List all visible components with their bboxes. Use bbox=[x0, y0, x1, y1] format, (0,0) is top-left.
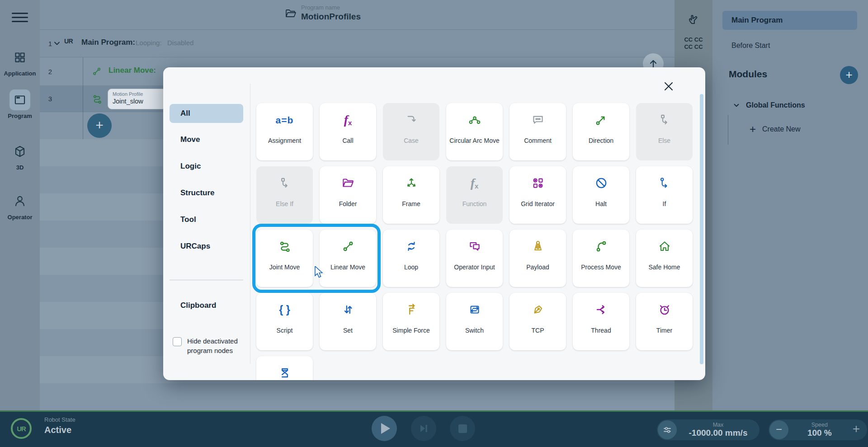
speed-decrease-button[interactable]: − bbox=[769, 420, 788, 439]
tile-label: Else If bbox=[273, 200, 296, 208]
category-structure[interactable]: Structure bbox=[170, 184, 243, 202]
category-logic[interactable]: Logic bbox=[170, 157, 243, 176]
motion-profile-card[interactable]: Motion Profile Joint_slow bbox=[108, 89, 166, 109]
tile-call[interactable]: fx Call bbox=[320, 103, 376, 160]
tile-label: Circular Arc Move bbox=[447, 136, 502, 145]
tile-label: Frame bbox=[399, 200, 423, 208]
function-icon: fx bbox=[344, 103, 352, 136]
tile-label: Case bbox=[401, 136, 421, 145]
add-node-button[interactable]: + bbox=[87, 113, 112, 138]
sidebar-item-3d[interactable]: 3D bbox=[0, 141, 40, 171]
tile-label: Grid Iterator bbox=[518, 200, 557, 208]
tile-process-move[interactable]: Process Move bbox=[573, 230, 629, 287]
hide-deactivated-checkbox[interactable]: Hide deactivated program nodes bbox=[173, 336, 245, 355]
tile-label: TCP bbox=[529, 326, 547, 334]
tile-if[interactable]: If bbox=[636, 166, 693, 224]
create-new-button[interactable]: + Create New bbox=[750, 124, 801, 135]
linear-move-icon bbox=[91, 66, 103, 77]
create-new-label: Create New bbox=[762, 125, 800, 133]
speed-settings-button[interactable] bbox=[658, 420, 677, 439]
tile-tcp[interactable]: TCP bbox=[509, 293, 566, 350]
plus-icon: + bbox=[95, 118, 104, 132]
set-icon bbox=[340, 293, 356, 326]
ur-logo: UR bbox=[11, 418, 32, 439]
tile-label: Joint Move bbox=[267, 263, 303, 271]
before-start-item[interactable]: Before Start bbox=[731, 42, 770, 50]
global-functions-group[interactable]: Global Functions bbox=[732, 101, 805, 109]
ur-node-icon: UR bbox=[64, 38, 73, 45]
tile-folder[interactable]: Folder bbox=[320, 166, 376, 224]
tile-assignment[interactable]: a=b Assignment bbox=[256, 103, 313, 160]
checkbox[interactable] bbox=[173, 337, 182, 346]
program-title-block[interactable]: Program name MotionProfiles bbox=[284, 4, 361, 22]
tree-row-main-program[interactable]: 1 UR Main Program: Looping: Disabled bbox=[40, 30, 675, 57]
play-button[interactable] bbox=[372, 416, 397, 441]
row-number: 2 bbox=[43, 57, 57, 85]
category-urcaps[interactable]: URCaps bbox=[170, 237, 243, 256]
category-clipboard[interactable]: Clipboard bbox=[170, 296, 243, 315]
tile-halt[interactable]: Halt bbox=[573, 166, 629, 224]
menu-button[interactable] bbox=[12, 10, 28, 24]
tile-linear-move[interactable]: Linear Move bbox=[320, 230, 376, 287]
looping-label: Looping: bbox=[136, 39, 162, 47]
tile-payload[interactable]: Payload bbox=[509, 230, 566, 287]
tile-thread[interactable]: Thread bbox=[573, 293, 629, 350]
category-tool[interactable]: Tool bbox=[170, 210, 243, 229]
minus-icon: − bbox=[776, 424, 782, 435]
tile-frame[interactable]: Frame bbox=[383, 166, 439, 224]
linear-move-title: Linear Move: bbox=[108, 66, 156, 75]
frame-icon bbox=[404, 166, 419, 200]
folder-icon bbox=[340, 166, 356, 200]
tile-joint-move[interactable]: Joint Move bbox=[256, 230, 313, 287]
wait-icon bbox=[277, 356, 292, 380]
play-icon bbox=[381, 423, 390, 434]
tile-direction[interactable]: Direction bbox=[573, 103, 629, 160]
close-button[interactable] bbox=[662, 80, 675, 93]
tile-wait[interactable] bbox=[256, 356, 313, 380]
tile-label: Comment bbox=[521, 136, 554, 145]
tile-label: Switch bbox=[462, 326, 486, 334]
tile-label: Thread bbox=[588, 326, 613, 334]
step-button[interactable] bbox=[411, 416, 436, 441]
row-number: 3 bbox=[43, 86, 57, 112]
speed-value: 100 % bbox=[788, 428, 851, 438]
tile-grid-iterator[interactable]: Grid Iterator bbox=[509, 166, 566, 224]
chevron-down-icon[interactable] bbox=[52, 39, 61, 48]
category-move[interactable]: Move bbox=[170, 130, 243, 149]
top-header: Program name MotionProfiles bbox=[40, 0, 675, 30]
tile-operator-input[interactable]: Operator Input bbox=[446, 230, 503, 287]
tile-set[interactable]: Set bbox=[320, 293, 376, 350]
cc-line: CC CC bbox=[675, 36, 712, 43]
loop-icon bbox=[404, 230, 419, 263]
chevron-down-icon bbox=[732, 101, 741, 109]
stop-button[interactable] bbox=[450, 416, 475, 441]
looping-value: Disabled bbox=[167, 39, 193, 47]
sidebar-item-program[interactable]: Program bbox=[0, 89, 40, 119]
tile-label: If bbox=[660, 200, 669, 208]
tile-circular-arc-move[interactable]: Circular Arc Move bbox=[446, 103, 503, 160]
tile-label: Linear Move bbox=[328, 263, 368, 271]
tile-simple-force[interactable]: Simple Force bbox=[383, 293, 439, 350]
add-module-button[interactable]: + bbox=[840, 66, 858, 84]
halt-icon bbox=[594, 166, 609, 200]
sidebar-item-application[interactable]: Application bbox=[0, 47, 40, 77]
drag-hand-icon[interactable] bbox=[687, 12, 700, 26]
number-column-divider bbox=[83, 57, 83, 139]
tile-script[interactable]: { } Script bbox=[256, 293, 313, 350]
robot-state[interactable]: Robot State Active bbox=[44, 416, 75, 436]
tile-comment[interactable]: Comment bbox=[509, 103, 566, 160]
tile-label: Halt bbox=[593, 200, 609, 208]
tile-label: Simple Force bbox=[390, 326, 432, 334]
assignment-icon: a=b bbox=[276, 103, 294, 136]
sidebar-item-operator[interactable]: Operator bbox=[0, 191, 40, 221]
tile-label: Process Move bbox=[578, 263, 624, 271]
function-icon: fx bbox=[471, 166, 479, 200]
dialog-scrollbar[interactable] bbox=[700, 94, 703, 364]
tile-loop[interactable]: Loop bbox=[383, 230, 439, 287]
main-program-item[interactable]: Main Program bbox=[722, 11, 857, 30]
speed-increase-button[interactable]: + bbox=[853, 422, 860, 436]
tile-safe-home[interactable]: Safe Home bbox=[636, 230, 693, 287]
tile-timer[interactable]: Timer bbox=[636, 293, 693, 350]
tile-switch[interactable]: Switch bbox=[446, 293, 503, 350]
category-all[interactable]: All bbox=[170, 104, 243, 123]
